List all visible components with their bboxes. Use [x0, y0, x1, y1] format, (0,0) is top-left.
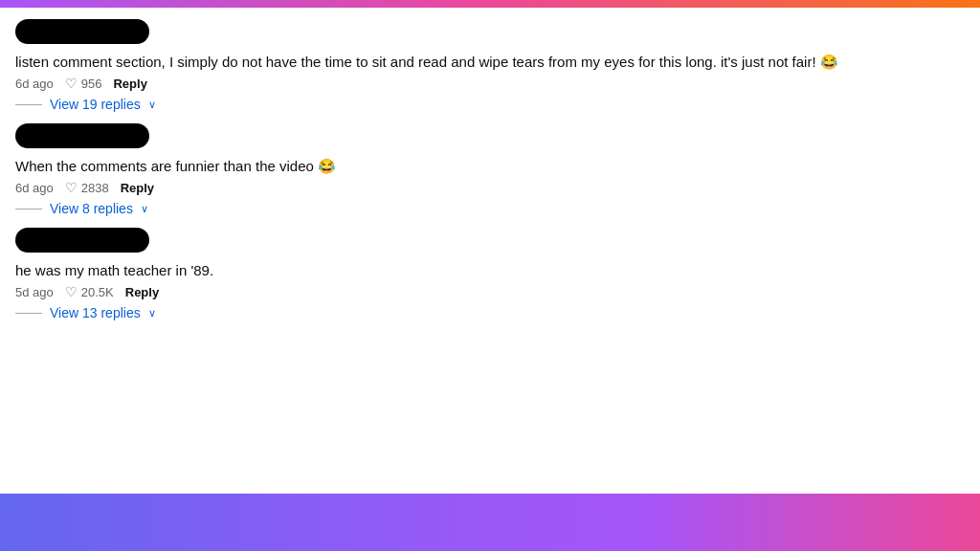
comment-meta: 5d ago ♡ 20.5K Reply — [15, 284, 965, 299]
view-replies-label: View 13 replies — [50, 305, 141, 320]
chevron-down-icon: ∨ — [148, 307, 156, 320]
comment-item: When the comments are funnier than the v… — [15, 123, 965, 216]
comments-feed: listen comment section, I simply do not … — [0, 8, 980, 494]
username-avatar — [15, 123, 149, 148]
username-avatar — [15, 19, 149, 44]
comment-time: 6d ago — [15, 181, 54, 195]
like-number: 20.5K — [81, 285, 114, 299]
reply-button[interactable]: Reply — [125, 285, 159, 299]
like-count: ♡ 956 — [65, 76, 102, 91]
comment-time: 5d ago — [15, 285, 54, 299]
view-replies-button[interactable]: View 8 replies ∨ — [15, 201, 965, 216]
heart-icon: ♡ — [65, 76, 78, 91]
comment-item: he was my math teacher in '89. 5d ago ♡ … — [15, 228, 965, 320]
bottom-gradient-bar — [0, 494, 980, 551]
top-gradient-bar — [0, 0, 980, 8]
chevron-down-icon: ∨ — [148, 99, 156, 111]
comment-item: listen comment section, I simply do not … — [15, 19, 965, 112]
view-replies-button[interactable]: View 13 replies ∨ — [15, 305, 965, 320]
username-avatar — [15, 228, 149, 253]
comment-text: he was my math teacher in '89. — [15, 260, 965, 280]
comment-text: When the comments are funnier than the v… — [15, 156, 965, 176]
like-count: ♡ 20.5K — [65, 284, 114, 299]
chevron-down-icon: ∨ — [141, 203, 148, 215]
like-count: ♡ 2838 — [65, 180, 109, 195]
replies-line — [15, 313, 42, 314]
like-number: 2838 — [81, 181, 109, 195]
comment-meta: 6d ago ♡ 2838 Reply — [15, 180, 965, 195]
comment-meta: 6d ago ♡ 956 Reply — [15, 76, 965, 91]
reply-button[interactable]: Reply — [113, 77, 146, 91]
replies-line — [15, 104, 42, 105]
replies-line — [15, 209, 42, 209]
view-replies-label: View 8 replies — [50, 201, 133, 216]
view-replies-label: View 19 replies — [50, 97, 141, 112]
heart-icon: ♡ — [65, 284, 78, 299]
view-replies-button[interactable]: View 19 replies ∨ — [15, 97, 965, 112]
heart-icon: ♡ — [65, 180, 78, 195]
like-number: 956 — [81, 77, 102, 91]
comment-time: 6d ago — [15, 77, 54, 91]
comment-text: listen comment section, I simply do not … — [15, 52, 965, 72]
reply-button[interactable]: Reply — [121, 181, 154, 195]
